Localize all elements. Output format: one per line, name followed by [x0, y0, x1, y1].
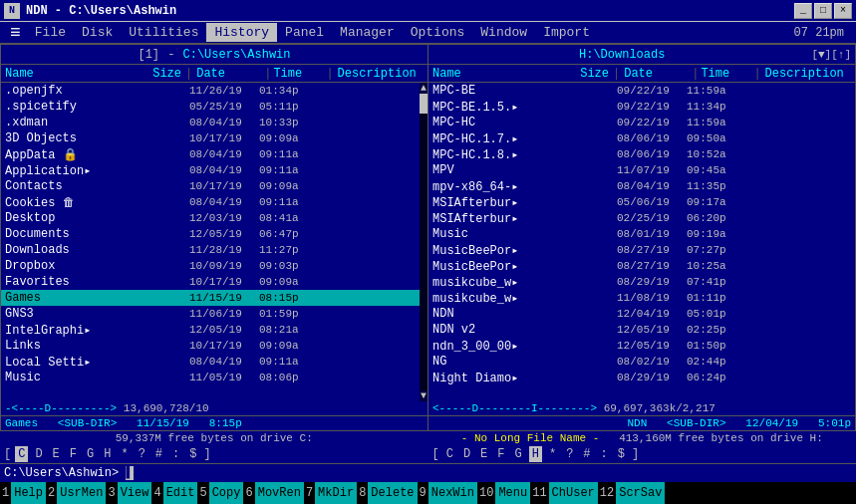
left-drive-#[interactable]: # — [152, 446, 165, 462]
fkey-5[interactable]: 5Copy — [197, 482, 243, 504]
fkey-2[interactable]: 2UsrMen — [46, 482, 106, 504]
fkey-11[interactable]: 11ChUser — [530, 482, 598, 504]
left-drive-E[interactable]: E — [50, 446, 63, 462]
fkey-label-10[interactable]: Menu — [495, 482, 530, 504]
fkey-label-9[interactable]: NexWin — [428, 482, 477, 504]
fkey-9[interactable]: 9NexWin — [418, 482, 477, 504]
left-file-row[interactable]: Links 10/17/19 09:09a — [1, 338, 420, 354]
left-file-row[interactable]: Games 11/15/19 08:15p — [1, 290, 420, 306]
right-file-row[interactable]: MPC-BE.1.5.▸ 09/22/19 11:34p — [428, 99, 855, 115]
right-drive-$[interactable]: $ — [615, 446, 628, 462]
left-file-row[interactable]: Music 11/05/19 08:06p — [1, 370, 420, 385]
left-file-row[interactable]: Documents 12/05/19 06:47p — [1, 226, 420, 242]
left-drive-F[interactable]: F — [67, 446, 80, 462]
right-file-row[interactable]: MusicBeePor▸ 08/27/19 07:27p — [428, 242, 855, 258]
left-file-row[interactable]: GNS3 11/06/19 01:59p — [1, 306, 420, 322]
right-drive-G[interactable]: G — [512, 446, 525, 462]
left-drive-:[interactable]: : — [169, 446, 182, 462]
left-file-row[interactable]: .xdman 08/04/19 10:33p — [1, 115, 420, 130]
left-drive-$[interactable]: $ — [186, 446, 199, 462]
menu-options[interactable]: Options — [403, 23, 473, 42]
right-drive-H[interactable]: H — [529, 446, 542, 462]
fkey-label-6[interactable]: MovRen — [255, 482, 304, 504]
left-drive-?[interactable]: ? — [136, 446, 148, 462]
right-file-row[interactable]: NDN v2 12/05/19 02:25p — [428, 322, 855, 338]
right-file-row[interactable]: mpv-x86_64-▸ 08/04/19 11:35p — [428, 178, 855, 194]
left-file-row[interactable]: Local Setti▸ 08/04/19 09:11a — [1, 354, 420, 370]
menu-import[interactable]: Import — [535, 23, 598, 42]
fkey-6[interactable]: 6MovRen — [243, 482, 303, 504]
left-file-row[interactable]: Cookies 🗑 08/04/19 09:11a — [1, 194, 420, 210]
fkey-7[interactable]: 7MkDir — [304, 482, 357, 504]
fkey-3[interactable]: 3View — [106, 482, 151, 504]
right-file-row[interactable]: MPC-HC.1.7.▸ 08/06/19 09:50a — [428, 130, 855, 146]
left-file-row[interactable]: 3D Objects 10/17/19 09:09a — [1, 130, 420, 146]
left-file-row[interactable]: Application▸ 08/04/19 09:11a — [1, 162, 420, 178]
right-file-row[interactable]: MusicBeePor▸ 08/27/19 10:25a — [428, 258, 855, 274]
right-file-row[interactable]: MPC-HC 09/22/19 11:59a — [428, 115, 855, 130]
right-file-row[interactable]: musikcube_w▸ 08/29/19 07:41p — [428, 274, 855, 290]
left-file-row[interactable]: Contacts 10/17/19 09:09a — [1, 178, 420, 194]
fkey-10[interactable]: 10Menu — [477, 482, 530, 504]
close-button[interactable]: × — [834, 3, 852, 19]
fkey-1[interactable]: 1Help — [0, 482, 46, 504]
right-file-row[interactable]: MPC-HC.1.8.▸ 08/06/19 10:52a — [428, 146, 855, 162]
right-file-row[interactable]: NDN 12/04/19 05:01p — [428, 306, 855, 322]
left-drive-G[interactable]: G — [84, 446, 97, 462]
right-file-row[interactable]: ndn_3_00_00▸ 12/05/19 01:50p — [428, 338, 855, 354]
left-file-row[interactable]: Downloads 11/28/19 11:27p — [1, 242, 420, 258]
left-scroll-track[interactable] — [420, 94, 428, 390]
maximize-button[interactable]: □ — [814, 3, 832, 19]
fkey-label-1[interactable]: Help — [11, 482, 46, 504]
menu-manager[interactable]: Manager — [332, 23, 403, 42]
left-scroll-up-icon[interactable]: ▲ — [421, 83, 427, 94]
menu-system[interactable]: ≡ — [4, 23, 27, 43]
fkey-label-8[interactable]: Delete — [368, 482, 417, 504]
right-drive-:[interactable]: : — [598, 446, 611, 462]
left-scroll-down-icon[interactable]: ▼ — [421, 390, 427, 401]
right-file-row[interactable]: Music 08/01/19 09:19a — [428, 226, 855, 242]
app-icon[interactable]: N — [4, 3, 20, 19]
right-file-row[interactable]: musikcube_w▸ 11/08/19 01:11p — [428, 290, 855, 306]
menu-history[interactable]: History — [206, 23, 277, 42]
right-drive-?[interactable]: ? — [563, 446, 576, 462]
fkey-label-4[interactable]: Edit — [163, 482, 198, 504]
left-drive-H[interactable]: H — [101, 446, 114, 462]
left-file-row[interactable]: Desktop 12/03/19 08:41a — [1, 210, 420, 226]
right-file-row[interactable]: NG 08/02/19 02:44p — [428, 354, 855, 370]
minimize-button[interactable]: _ — [794, 3, 812, 19]
fkey-8[interactable]: 8Delete — [357, 482, 417, 504]
fkey-label-11[interactable]: ChUser — [549, 482, 598, 504]
fkey-label-5[interactable]: Copy — [209, 482, 244, 504]
left-drive-D[interactable]: D — [32, 446, 45, 462]
left-scrollbar[interactable]: ▲ ▼ — [420, 83, 428, 401]
menu-window[interactable]: Window — [472, 23, 535, 42]
left-file-row[interactable]: Dropbox 10/09/19 09:03p — [1, 258, 420, 274]
left-file-row[interactable]: AppData 🔒 08/04/19 09:11a — [1, 146, 420, 162]
right-drive-D[interactable]: D — [460, 446, 473, 462]
fkey-label-7[interactable]: MkDir — [315, 482, 357, 504]
left-file-row[interactable]: Favorites 10/17/19 09:09a — [1, 274, 420, 290]
fkey-label-2[interactable]: UsrMen — [57, 482, 106, 504]
right-file-row[interactable]: MPC-BE 09/22/19 11:59a — [428, 83, 855, 99]
menu-panel[interactable]: Panel — [277, 23, 332, 42]
fkey-label-3[interactable]: View — [118, 482, 152, 504]
right-file-row[interactable]: MSIAfterbur▸ 02/25/19 06:20p — [428, 210, 855, 226]
left-drive-C[interactable]: C — [15, 446, 28, 462]
left-file-row[interactable]: .openjfx 11/26/19 01:34p — [1, 83, 420, 99]
fkey-4[interactable]: 4Edit — [151, 482, 197, 504]
right-drive-E[interactable]: E — [477, 446, 490, 462]
menu-utilities[interactable]: Utilities — [121, 23, 206, 42]
menu-disk[interactable]: Disk — [74, 23, 121, 42]
left-file-row[interactable]: .spicetify 05/25/19 05:11p — [1, 99, 420, 115]
fkey-12[interactable]: 12ScrSav — [598, 482, 666, 504]
right-drive-C[interactable]: C — [443, 446, 456, 462]
right-file-row[interactable]: MPV 11/07/19 09:45a — [428, 162, 855, 178]
fkey-label-12[interactable]: ScrSav — [616, 482, 665, 504]
right-file-row[interactable]: Night Diamo▸ 08/29/19 06:24p — [428, 370, 855, 385]
left-file-row[interactable]: IntelGraphi▸ 12/05/19 08:21a — [1, 322, 420, 338]
right-file-row[interactable]: MSIAfterbur▸ 05/06/19 09:17a — [428, 194, 855, 210]
left-scroll-thumb[interactable] — [420, 94, 428, 114]
right-drive-*[interactable]: * — [546, 446, 559, 462]
right-drive-F[interactable]: F — [494, 446, 507, 462]
